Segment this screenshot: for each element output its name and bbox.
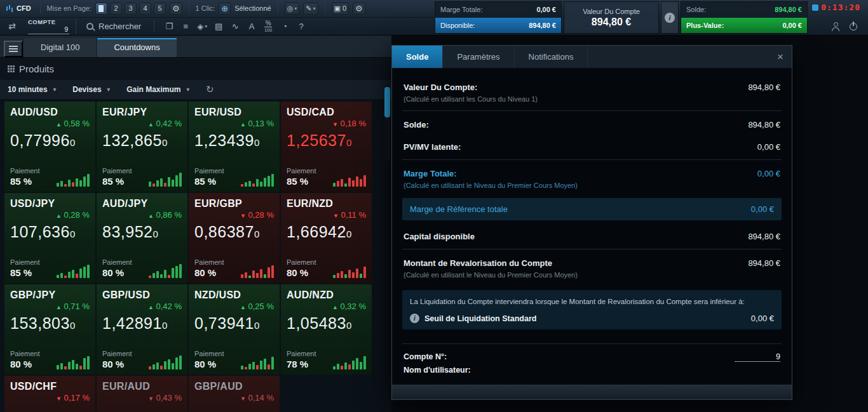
account-info-button[interactable]: i — [661, 1, 679, 34]
layout-page-3-button[interactable]: 3 — [125, 3, 137, 15]
tab-digital-100[interactable]: Digital 100 — [24, 38, 96, 57]
spark-bar — [352, 272, 355, 278]
spark-bar — [64, 276, 67, 278]
spark-bar — [83, 176, 86, 187]
sparkline-chart — [149, 262, 182, 278]
gear-icon: ⚙ — [355, 4, 363, 13]
product-tile[interactable]: EUR/AUD▼ 0,43 % — [97, 376, 187, 412]
product-tile[interactable]: AUD/JPY▲ 0,86 %83,9520Paiement80 % — [97, 193, 187, 283]
spark-bar — [268, 267, 270, 278]
spark-bar — [241, 274, 243, 278]
refresh-button[interactable]: ↻ — [206, 84, 214, 95]
help-icon[interactable]: ? — [293, 19, 309, 33]
filter-gain-maximum[interactable]: Gain Maximum▾ — [126, 85, 189, 94]
clock-digits: 0:13:20 — [821, 3, 860, 12]
percent100-icon[interactable]: %100 — [260, 19, 276, 33]
product-tile[interactable]: AUD/NZD▲ 0,32 %1,054830Paiement78 % — [281, 284, 372, 375]
spark-bar — [175, 266, 178, 278]
product-tile[interactable]: EUR/NZD▼ 0,11 %1,669420Paiement80 % — [281, 193, 372, 283]
disponible-line: Disponible: 894,80 € — [435, 18, 561, 34]
product-tile[interactable]: EUR/GBP▼ 0,28 %0,863870Paiement80 % — [189, 193, 280, 283]
filter-10-minutes[interactable]: 10 minutes▾ — [8, 85, 56, 94]
wave-icon[interactable]: ∿ — [227, 19, 243, 33]
product-change: ▼ 0,43 % — [102, 393, 182, 402]
row-value: 0,00 € — [757, 169, 780, 178]
crosshair-tool-button[interactable]: ◎▾ — [285, 3, 300, 15]
product-symbol: GBP/USD — [102, 289, 182, 301]
product-tile[interactable]: USD/JPY▲ 0,28 %107,6360Paiement85 % — [4, 193, 95, 283]
power-icon[interactable] — [849, 22, 858, 31]
product-change: ▲ 0,86 % — [102, 210, 182, 220]
change-direction-icon: ▼ — [333, 213, 339, 219]
draw-tool-button[interactable]: ✎▾ — [303, 3, 318, 15]
tile-footer: Paiement80 % — [194, 350, 274, 369]
crosshair-icon: ◎ — [287, 4, 294, 13]
list-icon[interactable]: ≡ — [177, 19, 194, 33]
pages-icon[interactable]: ❐ — [161, 19, 177, 33]
filter-devises[interactable]: Devises▾ — [72, 85, 110, 94]
account-selector[interactable]: COMPTE 9 — [24, 18, 76, 34]
spark-bar — [149, 366, 151, 369]
products-grid: AUD/USD▲ 0,58 %0,779960Paiement85 %EUR/J… — [0, 99, 391, 412]
product-price: 1,234390 — [194, 131, 274, 150]
user-icon[interactable] — [831, 22, 840, 31]
clock-icon[interactable]: ◔ — [276, 19, 293, 33]
change-direction-icon: ▲ — [240, 121, 246, 128]
search-placeholder: Rechercher — [98, 22, 141, 31]
spark-bar — [179, 173, 182, 187]
payout-value: 85 % — [10, 267, 39, 278]
layout-settings-button[interactable]: ⚙ — [170, 3, 182, 15]
orders-counter-button[interactable]: ▣ 0 — [332, 3, 349, 15]
spark-bar — [57, 275, 59, 278]
product-tile[interactable]: EUR/USD▲ 0,13 %1,234390Paiement85 % — [189, 102, 280, 192]
checkbox-icon: ▣ — [334, 4, 341, 13]
capital-disponible-row: Capital disponible894,80 € — [402, 225, 782, 248]
panel-tab-notifications[interactable]: Notifications — [515, 46, 588, 68]
panel-tabstrip: SoldeParamètresNotifications × — [392, 46, 792, 69]
product-tile[interactable]: GBP/JPY▲ 0,71 %153,8030Paiement80 % — [4, 284, 95, 375]
window-menu-button[interactable] — [4, 41, 23, 57]
tag-icon[interactable]: ◈▾ — [194, 19, 210, 33]
product-tile[interactable]: NZD/USD▲ 0,25 %0,739410Paiement80 % — [189, 284, 280, 375]
product-tile[interactable]: GBP/USD▲ 0,42 %1,428910Paiement80 % — [97, 284, 187, 375]
layout-page-4-button[interactable]: 4 — [139, 3, 151, 15]
layout-page-5-button[interactable]: 5 — [154, 3, 166, 15]
filters-row: 10 minutes▾Devises▾Gain Maximum▾ ↻ — [0, 80, 391, 99]
card-icon[interactable]: ▤ — [210, 19, 227, 33]
spark-bar — [60, 273, 63, 278]
disponible-label: Disponible: — [440, 22, 475, 29]
spark-bar — [256, 179, 259, 187]
row-value: 894,80 € — [748, 258, 780, 268]
spark-bar — [156, 180, 159, 187]
font-icon[interactable]: A — [243, 19, 260, 33]
close-button[interactable]: × — [769, 46, 792, 68]
product-tile[interactable]: GBP/AUD▼ 0,14 % — [189, 376, 280, 412]
layout-page-2-button[interactable]: 2 — [110, 3, 122, 15]
price-last-digit: 0 — [70, 137, 76, 148]
spark-bar — [153, 183, 155, 187]
product-symbol: AUD/USD — [10, 107, 90, 118]
tab-countdowns[interactable]: Countdowns — [97, 38, 176, 57]
product-tile[interactable]: USD/CAD▼ 0,18 %1,256370Paiement85 % — [281, 102, 372, 192]
product-symbol: AUD/JPY — [102, 198, 182, 209]
scrollbar-thumb[interactable] — [384, 87, 390, 117]
panel-tab-paramètres[interactable]: Paramètres — [443, 46, 514, 68]
panel-tab-solde[interactable]: Solde — [392, 46, 443, 68]
tile-footer: Paiement85 % — [102, 167, 182, 187]
tile-footer: Paiement85 % — [194, 167, 274, 187]
sparkline-chart — [333, 353, 366, 369]
change-direction-icon: ▼ — [148, 395, 154, 402]
one-click-mode-button[interactable]: ⊕ — [219, 3, 231, 15]
search-input[interactable]: Rechercher — [80, 22, 147, 31]
product-tile[interactable]: EUR/JPY▲ 0,42 %132,8650Paiement85 % — [97, 102, 187, 192]
tools-settings-button[interactable]: ⚙ — [353, 3, 365, 15]
change-direction-icon: ▲ — [332, 304, 338, 310]
collapse-toolbar-button[interactable]: ⇄ — [4, 19, 20, 33]
product-change: ▲ 0,13 % — [194, 119, 274, 128]
toolbar-icon-group: ❐≡◈▾▤∿A%100◔? — [161, 19, 309, 33]
product-tile[interactable]: AUD/USD▲ 0,58 %0,779960Paiement85 % — [4, 102, 95, 192]
grid-dots-icon — [8, 65, 10, 67]
refresh-icon: ↻ — [206, 84, 214, 95]
layout-page-1-button[interactable] — [95, 3, 107, 15]
product-tile[interactable]: USD/CHF▼ 0,17 % — [4, 376, 95, 412]
